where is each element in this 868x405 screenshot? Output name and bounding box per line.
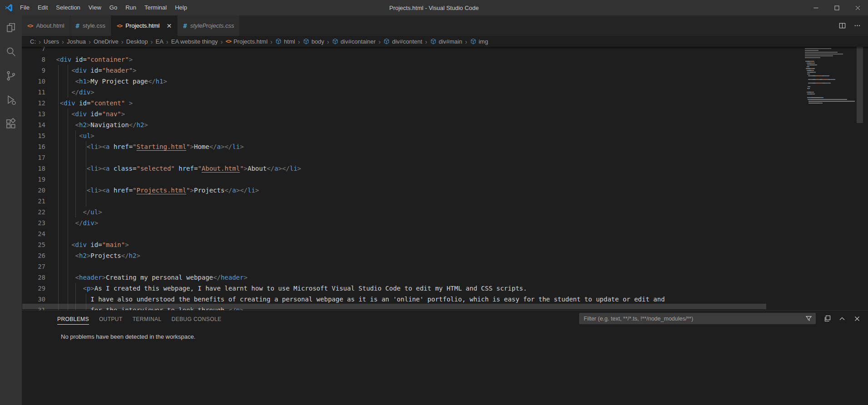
menu-item-go[interactable]: Go [105,0,121,15]
editor-column: <>About.html#style.css<>Projects.html✕#s… [22,15,868,405]
menu-item-file[interactable]: File [16,0,34,15]
tab-about-html[interactable]: <>About.html [22,15,70,36]
breadcrumb-file[interactable]: <>Projects.html [225,38,268,45]
panel-tab-output[interactable]: OUTPUT [99,313,123,325]
line-number: 22 [22,207,45,217]
minimap[interactable] [805,48,855,116]
close-panel-icon[interactable] [853,315,861,322]
code-editor[interactable]: 78 <div id="container">9 <div id="header… [22,47,868,310]
minimap-line [808,79,835,80]
split-editor-icon[interactable] [838,22,846,30]
minimap-line [807,64,818,65]
code-line: 10 <h1>My Project page</h1> [22,76,868,87]
breadcrumb-symbol[interactable]: img [470,38,488,45]
indent-guide [68,130,68,141]
breadcrumb-symbol[interactable]: div#container [332,38,376,45]
indent-guide [58,261,59,272]
tab-projects-html[interactable]: <>Projects.html✕ [111,15,178,36]
indent-guide [75,185,76,196]
filter-funnel-icon[interactable] [805,315,812,322]
run-debug-icon[interactable] [5,94,17,106]
menu-item-run[interactable]: Run [121,0,140,15]
code-line: 21 [22,196,868,207]
menu-item-selection[interactable]: Selection [52,0,84,15]
minimap-line [805,52,838,53]
menu-item-view[interactable]: View [84,0,105,15]
search-icon[interactable] [5,45,17,58]
code-line: 17 [22,152,868,163]
line-number: 26 [22,250,45,261]
css-file-icon: # [76,23,79,29]
css-file-icon: # [183,23,187,29]
symbol-cube-icon [470,38,476,44]
minimize-button[interactable] [805,0,826,15]
restore-panel-icon[interactable] [823,315,831,322]
minimap-line [808,99,847,100]
panel-tab-debug-console[interactable]: DEBUG CONSOLE [172,313,222,325]
minimap-line [807,70,814,71]
problems-filter-input[interactable] [583,315,805,322]
line-number: 24 [22,228,45,239]
tab-list: <>About.html#style.css<>Projects.html✕#s… [22,15,240,36]
extensions-icon[interactable] [5,118,17,130]
tabbar-actions [838,15,868,36]
menu-bar: FileEditSelectionViewGoRunTerminalHelp [16,0,191,15]
minimap-line [806,68,815,69]
vertical-scrollbar[interactable] [857,47,863,123]
breadcrumb-symbol[interactable]: html [275,38,295,45]
indent-guide [86,152,86,163]
line-number: 29 [22,283,45,294]
tab-styleprojects-css[interactable]: #styleProjects.css [178,15,240,36]
maximize-panel-icon[interactable] [838,315,846,322]
code-line: 13 <div id="nav"> [22,109,868,119]
minimap-line [807,74,810,74]
line-number: 21 [22,196,45,207]
minimap-line [807,63,815,64]
menu-item-edit[interactable]: Edit [34,0,52,15]
breadcrumb-separator-icon: › [270,38,273,45]
line-number: 15 [22,130,45,141]
panel-tab-list: PROBLEMSOUTPUTTERMINALDEBUG CONSOLE [57,313,231,325]
breadcrumb-item[interactable]: C: [30,38,36,45]
more-actions-icon[interactable] [853,22,861,30]
indent-guide [75,130,76,141]
problems-filter [579,313,816,324]
breadcrumb-symbol[interactable]: div#main [430,38,462,45]
code-line: 11 </div> [22,87,868,98]
line-number: 9 [22,65,45,76]
minimap-line [805,61,814,62]
indent-guide [75,163,76,174]
breadcrumb-item[interactable]: Desktop [126,38,148,45]
line-number: 13 [22,109,45,119]
breadcrumb-item[interactable]: EA [156,38,164,45]
breadcrumb-separator-icon: › [298,38,300,45]
indent-guide [58,98,59,109]
breadcrumb-item[interactable]: Joshua [67,38,86,45]
maximize-button[interactable] [826,0,847,15]
breadcrumb-item[interactable]: EA website thingy [171,38,218,45]
breadcrumb-separator-icon: › [166,38,169,45]
close-tab-icon[interactable]: ✕ [166,23,172,29]
source-control-icon[interactable] [5,69,17,82]
indent-guide [58,250,59,261]
breadcrumb-symbol[interactable]: body [303,38,324,45]
indent-guide [86,196,86,207]
breadcrumb-separator-icon: › [62,38,64,45]
breadcrumb-item[interactable]: Users [44,38,59,45]
code-line: 19 [22,174,868,185]
problems-content: No problems have been detected in the wo… [22,326,868,340]
explorer-icon[interactable] [5,21,17,34]
menu-item-help[interactable]: Help [171,0,191,15]
indent-guide [58,65,59,76]
panel-tab-terminal[interactable]: TERMINAL [133,313,162,325]
tab-style-css[interactable]: #style.css [70,15,111,36]
minimap-line [805,48,831,49]
breadcrumb-item[interactable]: OneDrive [94,38,119,45]
panel-tab-problems[interactable]: PROBLEMS [57,313,89,325]
menu-item-terminal[interactable]: Terminal [140,0,171,15]
horizontal-scrollbar[interactable] [22,304,766,309]
breadcrumb-symbol[interactable]: div#content [383,38,422,45]
line-number: 11 [22,87,45,98]
indent-guide [68,174,68,185]
close-window-button[interactable] [847,0,868,15]
